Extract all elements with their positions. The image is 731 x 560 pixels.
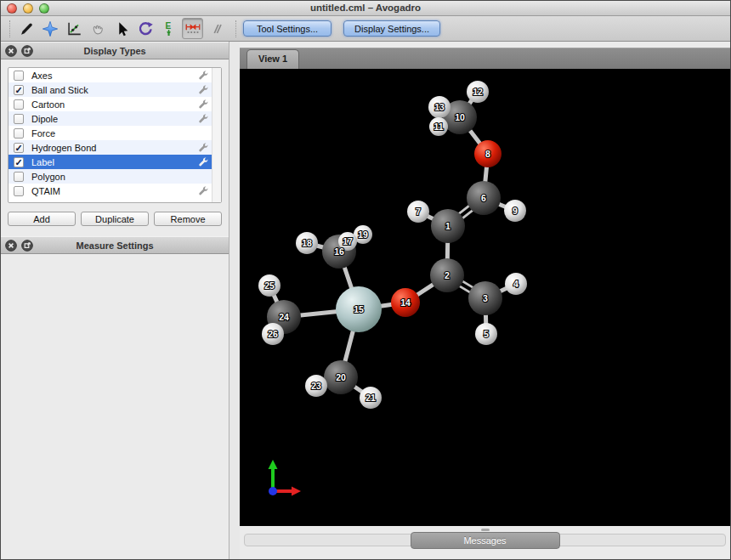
axes-gizmo bbox=[269, 460, 302, 496]
gl-viewport[interactable]: 1210131189761243519161718252426151420232… bbox=[240, 69, 730, 526]
close-panel-icon[interactable] bbox=[5, 45, 17, 57]
display-type-row[interactable]: ✓Ball and Stick bbox=[8, 82, 212, 97]
display-type-row[interactable]: Force bbox=[8, 126, 212, 140]
wrench-icon[interactable] bbox=[198, 114, 208, 124]
zmatrix-tool-icon[interactable] bbox=[206, 18, 227, 39]
measure-tool-icon[interactable] bbox=[63, 18, 84, 39]
resize-dimple[interactable] bbox=[481, 529, 490, 531]
atom-label: 26 bbox=[268, 329, 278, 339]
atom-label: 4 bbox=[513, 279, 518, 289]
wrench-icon[interactable] bbox=[198, 71, 208, 81]
duplicate-button[interactable]: Duplicate bbox=[81, 212, 149, 226]
display-type-row[interactable]: Cartoon bbox=[8, 97, 212, 111]
tool-settings-button[interactable]: Tool Settings... bbox=[243, 20, 332, 37]
atom-label: 20 bbox=[336, 372, 346, 382]
tab-view-1[interactable]: View 1 bbox=[246, 49, 299, 69]
atom-label: 13 bbox=[434, 102, 445, 112]
display-type-checkbox[interactable]: ✓ bbox=[14, 85, 24, 95]
atom-label: 5 bbox=[484, 329, 489, 339]
atom-label: 21 bbox=[366, 393, 376, 403]
display-type-checkbox[interactable] bbox=[14, 128, 24, 139]
display-type-label: Label bbox=[31, 157, 198, 167]
add-button[interactable]: Add bbox=[8, 212, 76, 226]
display-type-checkbox[interactable] bbox=[14, 114, 24, 124]
display-type-label: Hydrogen Bond bbox=[31, 143, 198, 153]
avogadro-window: untitled.cml – Avogadro bbox=[0, 0, 731, 560]
wrench-icon[interactable] bbox=[198, 157, 208, 167]
display-type-row[interactable]: Axes bbox=[8, 68, 212, 82]
atom-label: 2 bbox=[445, 270, 450, 280]
atom-label: 17 bbox=[343, 236, 353, 246]
toolbar-grip bbox=[9, 20, 12, 37]
wrench-icon[interactable] bbox=[198, 85, 208, 95]
display-type-label: Dipole bbox=[31, 114, 198, 124]
atom-label: 19 bbox=[358, 229, 368, 240]
molecule-group: 1210131189761243519161718252426151420232… bbox=[258, 81, 527, 409]
auto-rotate-tool-icon[interactable] bbox=[134, 18, 156, 39]
atom-label: 25 bbox=[264, 280, 275, 291]
y-axis-arrow bbox=[269, 460, 278, 469]
atom-label: 18 bbox=[302, 238, 312, 248]
display-type-row[interactable]: Dipole bbox=[8, 111, 212, 126]
measure-settings-title: Measure Settings bbox=[1, 240, 229, 251]
atom-label: 9 bbox=[513, 206, 518, 216]
close-panel-icon[interactable] bbox=[5, 240, 17, 252]
window-title: untitled.cml – Avogadro bbox=[1, 3, 730, 13]
sidebar: Display Types Axes✓Ball and StickCartoon… bbox=[1, 42, 230, 560]
display-type-checkbox[interactable] bbox=[14, 71, 24, 81]
display-type-row[interactable]: ✓Label bbox=[8, 155, 212, 169]
display-type-checkbox[interactable] bbox=[14, 172, 24, 182]
auto-optimize-tool-icon[interactable]: E bbox=[158, 18, 179, 39]
atom-label: 24 bbox=[279, 312, 289, 322]
remove-button[interactable]: Remove bbox=[154, 212, 222, 226]
display-type-row[interactable]: QTAIM bbox=[8, 184, 212, 198]
bottom-strip: Messages bbox=[240, 526, 730, 560]
z-axis-dot bbox=[269, 487, 277, 495]
display-settings-button[interactable]: Display Settings... bbox=[343, 20, 440, 37]
wrench-icon[interactable] bbox=[198, 143, 208, 153]
toolbar: E Tool Settings... Disp bbox=[1, 16, 730, 42]
svg-text:E: E bbox=[165, 21, 171, 31]
align-tool-icon[interactable] bbox=[182, 18, 203, 39]
atom-label: 7 bbox=[416, 206, 421, 217]
atom-label: 3 bbox=[483, 293, 488, 303]
atom-label: 12 bbox=[473, 87, 483, 97]
display-type-label: QTAIM bbox=[31, 186, 198, 196]
display-type-checkbox[interactable]: ✓ bbox=[14, 157, 24, 167]
display-types-header: Display Types bbox=[1, 42, 229, 59]
titlebar: untitled.cml – Avogadro bbox=[1, 1, 730, 16]
list-scrollbar[interactable] bbox=[212, 68, 221, 202]
atom-label: 15 bbox=[354, 304, 364, 314]
detach-panel-icon[interactable] bbox=[21, 240, 33, 252]
detach-panel-icon[interactable] bbox=[21, 45, 33, 57]
display-type-label: Axes bbox=[31, 71, 198, 81]
display-types-title: Display Types bbox=[1, 46, 229, 56]
wrench-icon[interactable] bbox=[198, 99, 208, 110]
view-tabbar: View 1 bbox=[240, 42, 730, 69]
measure-settings-header: Measure Settings bbox=[1, 236, 229, 254]
splitter[interactable] bbox=[230, 42, 240, 560]
molecule-svg: 1210131189761243519161718252426151420232… bbox=[240, 69, 730, 526]
display-type-row[interactable]: Polygon bbox=[8, 169, 212, 184]
display-type-row[interactable]: ✓Hydrogen Bond bbox=[8, 140, 212, 155]
atom-label: 10 bbox=[455, 112, 465, 122]
display-type-label: Force bbox=[31, 128, 208, 139]
messages-button[interactable]: Messages bbox=[411, 532, 560, 549]
display-type-checkbox[interactable] bbox=[14, 186, 24, 196]
atom-label: 8 bbox=[485, 149, 490, 159]
display-type-label: Cartoon bbox=[31, 99, 198, 110]
workspace: View 1 bbox=[240, 42, 730, 560]
draw-tool-icon[interactable] bbox=[15, 18, 37, 39]
toolbar-separator bbox=[235, 20, 236, 37]
wrench-icon[interactable] bbox=[198, 186, 208, 196]
display-type-checkbox[interactable] bbox=[14, 99, 24, 110]
x-axis-arrow bbox=[292, 487, 301, 496]
atom-label: 16 bbox=[334, 246, 344, 257]
tool-buttons: E bbox=[15, 18, 227, 39]
display-type-checkbox[interactable]: ✓ bbox=[14, 143, 24, 153]
atom-label: 6 bbox=[481, 193, 486, 203]
atom-label: 23 bbox=[311, 381, 321, 391]
bond-centric-tool-icon[interactable] bbox=[87, 18, 108, 39]
selection-tool-icon[interactable] bbox=[110, 18, 132, 39]
navigate-tool-icon[interactable] bbox=[39, 18, 60, 39]
